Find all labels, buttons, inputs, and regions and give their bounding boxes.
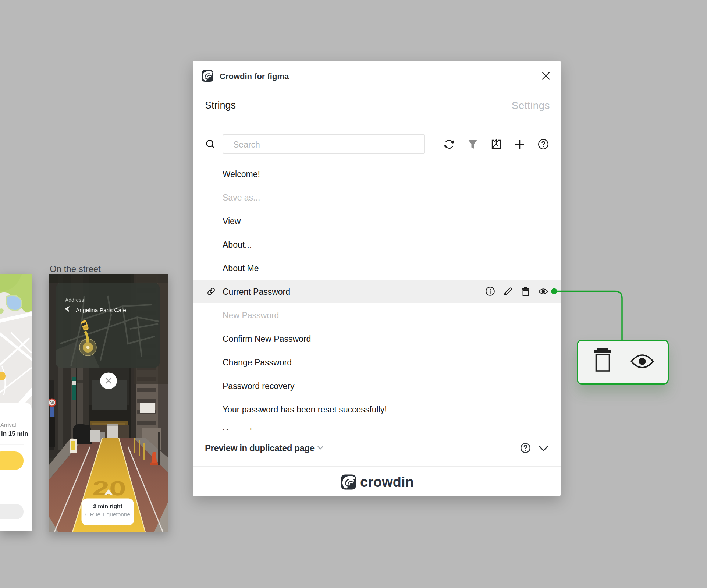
svg-text:Angelina Paris Cafe: Angelina Paris Cafe [76, 307, 126, 313]
svg-text:30: 30 [50, 401, 54, 405]
svg-text:6 Rue Tiquetonne: 6 Rue Tiquetonne [85, 511, 130, 517]
svg-text:Address: Address [65, 297, 84, 303]
svg-text:Arrival: Arrival [0, 422, 16, 428]
svg-text:20: 20 [92, 477, 126, 500]
svg-text:2 min right: 2 min right [93, 503, 122, 509]
svg-text:in 15 min: in 15 min [1, 430, 28, 437]
